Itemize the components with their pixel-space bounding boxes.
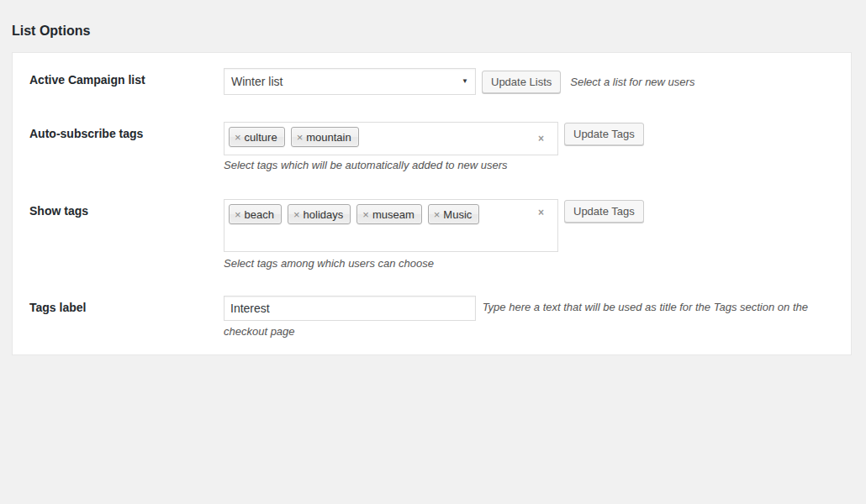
auto-subscribe-tags-label: Auto-subscribe tags: [29, 122, 224, 171]
chevron-down-icon: ▼: [462, 69, 468, 94]
tag-label: culture: [245, 131, 277, 144]
show-tags-helper-text: Select tags among which users can choose: [224, 257, 851, 270]
tag-chip-mountain: × mountain: [291, 127, 359, 147]
tag-chip-beach: × beach: [229, 204, 282, 224]
remove-tag-icon[interactable]: ×: [297, 131, 304, 144]
active-campaign-list-label: Active Campaign list: [29, 68, 224, 95]
remove-tag-icon[interactable]: ×: [235, 131, 241, 144]
show-tags-field[interactable]: × beach × holidays × museam ×: [224, 199, 558, 252]
update-lists-button[interactable]: Update Lists: [482, 71, 561, 93]
tag-label: mountain: [306, 131, 351, 144]
clear-tags-icon[interactable]: ×: [538, 133, 544, 144]
auto-subscribe-tags-helper-text: Select tags which will be automatically …: [224, 159, 851, 171]
page-title: List Options: [0, 0, 866, 39]
campaign-list-helper-text: Select a list for new users: [570, 76, 694, 88]
remove-tag-icon[interactable]: ×: [434, 208, 441, 221]
tag-label: museam: [372, 208, 415, 221]
update-tags-button-show[interactable]: Update Tags: [564, 200, 644, 223]
remove-tag-icon[interactable]: ×: [235, 208, 241, 221]
tag-label: Music: [443, 208, 472, 221]
tag-chip-music: × Music: [428, 204, 480, 224]
show-tags-label: Show tags: [29, 199, 224, 270]
tags-label-input[interactable]: [224, 296, 476, 321]
row-active-campaign-list: Active Campaign list Winter list ▼ Updat…: [29, 68, 851, 95]
row-show-tags: Show tags × beach × holidays ×: [29, 199, 851, 270]
campaign-list-selected-value: Winter list: [231, 75, 283, 88]
remove-tag-icon[interactable]: ×: [362, 208, 369, 221]
tag-label: holidays: [304, 208, 344, 221]
row-auto-subscribe-tags: Auto-subscribe tags × culture × mountain: [29, 122, 851, 171]
list-options-panel: Active Campaign list Winter list ▼ Updat…: [12, 52, 852, 355]
tag-label: beach: [245, 208, 274, 221]
tag-chip-museam: × museam: [356, 204, 421, 224]
tag-chip-culture: × culture: [229, 127, 285, 147]
tags-label-label: Tags label: [29, 296, 224, 342]
tag-chip-holidays: × holidays: [288, 204, 351, 224]
clear-tags-icon[interactable]: ×: [538, 207, 544, 218]
row-tags-label: Tags label Type here a text that will be…: [29, 296, 851, 342]
campaign-list-select[interactable]: Winter list ▼: [224, 68, 476, 95]
remove-tag-icon[interactable]: ×: [293, 208, 300, 221]
update-tags-button-auto[interactable]: Update Tags: [564, 123, 644, 145]
auto-subscribe-tags-field[interactable]: × culture × mountain ×: [224, 122, 558, 155]
